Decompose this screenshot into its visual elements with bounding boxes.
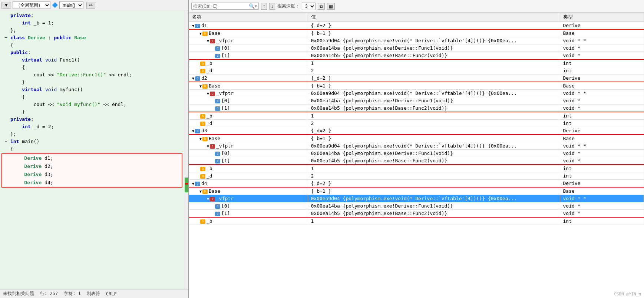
expand-arrow[interactable]: ▼ — [199, 189, 202, 193]
cell-type: int — [560, 59, 644, 67]
cell-value: {_d=2 } — [308, 74, 560, 82]
code-line: private: — [0, 12, 184, 19]
declare-line-d2: Derive d2; — [2, 162, 182, 170]
status-char: 字符: 1 — [64, 291, 81, 297]
cell-type: void * — [560, 210, 644, 218]
search-box[interactable]: 🔍 ▼ — [191, 3, 259, 10]
code-text: Derive d1; — [13, 154, 179, 162]
var-name: _b — [207, 166, 212, 171]
expand-arrow[interactable]: ▼ — [207, 197, 209, 201]
table-row[interactable]: d[1]0x00ea14b5 {polymorphism.exe!Base::F… — [189, 157, 644, 165]
table-row[interactable]: d[1]0x00ea14b5 {polymorphism.exe!Base::F… — [189, 105, 644, 112]
search-up-btn[interactable]: ↑ — [261, 3, 267, 10]
table-row[interactable]: ▼p_vfptr0x00ea9d04 {polymorphism.exe!voi… — [189, 195, 644, 202]
table-row[interactable]: d[1]0x00ea14b5 {polymorphism.exe!Base::F… — [189, 52, 644, 60]
code-text: virtual void Func1() — [10, 56, 181, 64]
scope-select[interactable]: （全局范围） — [13, 1, 50, 9]
cell-value: 2 — [308, 67, 560, 74]
search-dropdown-icon[interactable]: ▼ — [255, 4, 257, 8]
code-editor-panel: ▼ （全局范围） 🔷 main() ⇔ private: int _b = 1;… — [0, 0, 189, 298]
table-row[interactable]: ▼bBase{ b=1 }Base — [189, 82, 644, 90]
table-row[interactable]: b_b1int — [189, 59, 644, 67]
table-row[interactable]: ▼dd3{_d=2 }Derive — [189, 127, 644, 135]
code-text: int main() — [10, 138, 181, 145]
var-name: _vfptr — [216, 196, 234, 201]
cell-type: void * — [560, 97, 644, 105]
expand-arrow[interactable]: ▼ — [207, 39, 209, 43]
scope-dropdown-btn[interactable]: ▼ — [1, 2, 11, 9]
code-line: private: — [0, 116, 184, 123]
pin-icon-btn[interactable]: ⧉ — [318, 3, 325, 10]
table-row[interactable]: ▼p_vfptr0x00ea9d04 {polymorphism.exe!voi… — [189, 37, 644, 44]
code-text: { — [10, 42, 181, 49]
depth-label: 搜索深度： — [277, 3, 300, 9]
split-btn[interactable]: ⇔ — [86, 2, 95, 9]
var-name: _vfptr — [216, 90, 234, 96]
table-row[interactable]: b_b1int — [189, 217, 644, 225]
depth-select[interactable]: 3 1 2 4 5 — [302, 3, 316, 10]
table-row[interactable]: b_d2int — [189, 67, 644, 74]
search-down-btn[interactable]: ↓ — [269, 3, 275, 10]
cell-type: Base — [560, 82, 644, 90]
cell-name: b_d — [189, 172, 308, 180]
grid-icon-btn[interactable]: ▦ — [327, 3, 335, 10]
line-marker: = — [3, 138, 9, 145]
code-text: }; — [10, 27, 181, 34]
watch-table: 名称 值 类型 ▼dd1{_d=2 }Derive▼bBase{ b=1 }Ba… — [189, 13, 644, 225]
expand-arrow[interactable]: ▼ — [199, 32, 202, 36]
table-row[interactable]: ▼bBase{ b=1 }Base — [189, 187, 644, 195]
table-row[interactable]: b_d2int — [189, 120, 644, 127]
expand-arrow[interactable]: ▼ — [199, 137, 202, 141]
table-row[interactable]: d[0]0x00ea14ba {polymorphism.exe!Derive:… — [189, 44, 644, 52]
cell-type: void * — [560, 105, 644, 112]
func-select[interactable]: main() — [59, 1, 83, 9]
expand-arrow[interactable]: ▼ — [207, 144, 209, 148]
search-input[interactable] — [193, 4, 249, 9]
table-row[interactable]: ▼p_vfptr0x00ea9d04 {polymorphism.exe!voi… — [189, 142, 644, 150]
cell-value: 1 — [308, 165, 560, 172]
table-row[interactable]: ▼dd2{_d=2 }Derive — [189, 74, 644, 82]
cell-type: void * — [560, 202, 644, 210]
expand-arrow[interactable]: ▼ — [192, 24, 194, 28]
scrollbar-thumb[interactable] — [185, 178, 188, 192]
cell-value: 0x00ea14b5 {polymorphism.exe!Base::Func2… — [308, 52, 560, 60]
table-row[interactable]: b_d2int — [189, 172, 644, 180]
var-name: Base — [209, 136, 220, 141]
cell-value: 2 — [308, 120, 560, 127]
expand-arrow[interactable]: ▼ — [207, 92, 209, 96]
cell-value: {_d=2 } — [308, 180, 560, 188]
var-name: _vfptr — [216, 38, 234, 43]
table-row[interactable]: ▼p_vfptr0x00ea9d04 {polymorphism.exe!voi… — [189, 90, 644, 97]
table-row[interactable]: ▼dd4{_d=2 }Derive — [189, 180, 644, 188]
declare-line-d4: Derive d4; — [2, 179, 182, 187]
expand-arrow[interactable]: ▼ — [192, 182, 194, 186]
table-row[interactable]: ▼bBase{ b=1 }Base — [189, 29, 644, 37]
var-name: d2 — [201, 75, 207, 81]
cell-type: Base — [560, 29, 644, 37]
var-name: _d — [207, 68, 212, 73]
cell-type: Derive — [560, 74, 644, 82]
table-row[interactable]: b_b1int — [189, 112, 644, 120]
col-header-name: 名称 — [189, 13, 308, 22]
expand-arrow[interactable]: ▼ — [192, 76, 194, 80]
var-name: _b — [207, 218, 212, 224]
var-name: d1 — [201, 23, 207, 28]
table-row[interactable]: b_b1int — [189, 165, 644, 172]
cell-value: { b=1 } — [308, 82, 560, 90]
table-row[interactable]: d[0]0x00ea14ba {polymorphism.exe!Derive:… — [189, 150, 644, 157]
expand-arrow[interactable]: ▼ — [192, 129, 194, 133]
code-text: { — [10, 93, 181, 101]
cell-type: void * * — [560, 195, 644, 202]
search-icon[interactable]: 🔍 — [249, 3, 255, 9]
table-row[interactable]: d[0]0x00ea14ba {polymorphism.exe!Derive:… — [189, 202, 644, 210]
expand-arrow[interactable]: ▼ — [199, 84, 202, 88]
table-row[interactable]: ▼bBase{ b=1 }Base — [189, 135, 644, 142]
table-row[interactable]: d[1]0x00ea14b5 {polymorphism.exe!Base::F… — [189, 210, 644, 218]
table-row[interactable]: d[0]0x00ea14ba {polymorphism.exe!Derive:… — [189, 97, 644, 105]
code-text: Derive d3; — [13, 170, 179, 179]
code-line: { — [0, 42, 184, 49]
code-line: cout << "void myfunc()" << endl; — [0, 101, 184, 108]
scrollbar-track[interactable] — [184, 10, 188, 289]
code-text: int _b = 1; — [10, 19, 181, 27]
table-row[interactable]: ▼dd1{_d=2 }Derive — [189, 22, 644, 30]
